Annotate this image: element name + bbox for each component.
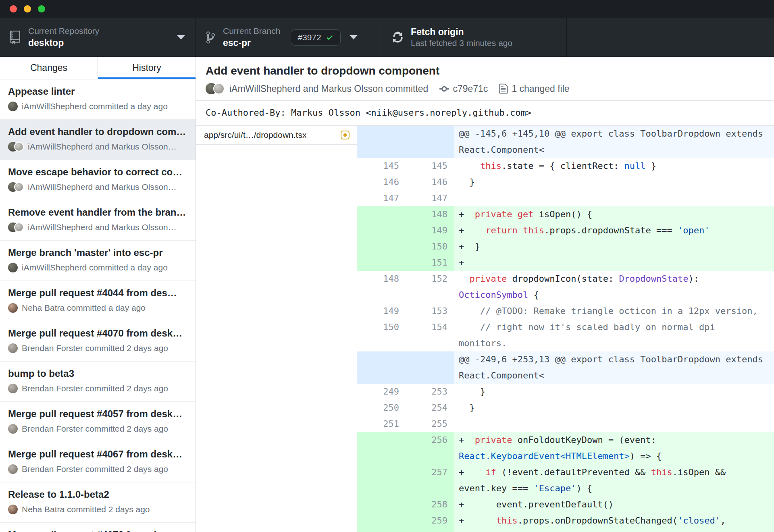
diff-code-line: this.state = { clientRect: null }: [459, 158, 767, 174]
avatar: [8, 505, 18, 514]
pr-status-badge[interactable]: #3972: [291, 29, 340, 46]
commit-list-item[interactable]: Appease linter iAmWillShepherd committed…: [0, 79, 196, 120]
commit-list-item[interactable]: Merge pull request #4044 from des… Neha …: [0, 281, 196, 321]
file-path: app/src/ui/t…/dropdown.tsx: [204, 130, 306, 140]
avatar: [14, 222, 24, 232]
commit-item-meta-text: Brendan Forster committed 2 days ago: [22, 424, 168, 434]
diff-code-line: // @TODO: Remake triangle octicon in a 1…: [459, 303, 767, 319]
old-line-number: [357, 351, 406, 384]
commit-item-title: Merge pull request #4044 from des…: [8, 287, 187, 299]
committer-byline: iAmWillShepherd and Markus Olsson commit…: [229, 83, 428, 94]
repository-label: Current Repository: [28, 26, 99, 36]
diff-line-row: 148+ private get isOpen() {: [357, 206, 774, 222]
old-line-number: 249: [357, 384, 406, 400]
branch-name: esc-pr: [223, 37, 280, 49]
commit-list-item[interactable]: Merge pull request #4070 from desk… Bren…: [0, 321, 196, 362]
commit-item-meta: Brendan Forster committed 2 days ago: [8, 464, 187, 474]
commit-item-title: Merge pull request #4067 from desk…: [8, 449, 187, 460]
new-line-number: 257: [406, 464, 454, 497]
old-line-number: [357, 222, 406, 239]
commit-item-avatars: [8, 464, 18, 474]
check-icon: [326, 33, 334, 42]
titlebar: [0, 0, 774, 18]
changed-files-panel: app/src/ui/t…/dropdown.tsx: [196, 126, 357, 532]
diff-code-line: }: [459, 174, 767, 190]
commit-item-meta: iAmWillShepherd committed a day ago: [8, 263, 187, 272]
commit-item-meta: iAmWillShepherd and Markus Olsson…: [8, 222, 187, 232]
chevron-down-icon: [350, 35, 358, 39]
diff-line-row: 258+ event.preventDefault(): [357, 497, 774, 513]
commit-item-title: Appease linter: [8, 86, 187, 97]
commit-item-meta-text: iAmWillShepherd and Markus Olsson…: [28, 142, 177, 152]
sync-icon: [392, 31, 403, 44]
commit-item-meta-text: Brendan Forster committed 2 days ago: [22, 343, 168, 353]
diff-pane: @@ -145,6 +145,10 @@ export class Toolba…: [357, 126, 774, 532]
diff-line-row: 251255: [357, 416, 774, 432]
diff-code-line: + private onFoldoutKeyDown = (event: Rea…: [459, 432, 767, 464]
commit-item-meta: Brendan Forster committed 2 days ago: [8, 424, 187, 434]
commit-item-title: bump to beta3: [8, 368, 187, 379]
zoom-button[interactable]: [38, 5, 45, 12]
old-line-number: 145: [357, 158, 406, 174]
commit-item-title: Merge branch 'master' into esc-pr: [8, 247, 187, 258]
fetch-origin-button[interactable]: Fetch origin Last fetched 3 minutes ago: [380, 18, 567, 57]
new-line-number: 149: [406, 222, 454, 239]
commit-item-meta-text: Neha Batra committed 2 days ago: [22, 505, 150, 514]
diff-line-row: 250254 }: [357, 400, 774, 416]
diff-code-line: @@ -249,6 +253,13 @@ export class Toolba…: [459, 351, 767, 384]
diff-code-line: @@ -145,6 +145,10 @@ export class Toolba…: [459, 126, 767, 158]
old-line-number: [357, 513, 406, 532]
new-line-number: [406, 351, 454, 384]
tab-history[interactable]: History: [98, 57, 196, 79]
git-commit-icon: [439, 83, 449, 94]
diff-code-line: + private get isOpen() {: [459, 206, 767, 222]
commit-item-avatars: [8, 303, 18, 313]
commit-item-avatars: [8, 263, 18, 272]
commit-list-item[interactable]: Move escape behavior to correct co… iAmW…: [0, 160, 196, 200]
commit-item-meta-text: Brendan Forster committed 2 days ago: [22, 384, 168, 393]
commit-list-item[interactable]: Add event handler to dropdown com… iAmWi…: [0, 120, 196, 160]
commit-item-meta: iAmWillShepherd committed a day ago: [8, 102, 187, 111]
commit-item-title: Merge pull request #4070 from desk…: [8, 328, 187, 339]
commit-item-meta-text: iAmWillShepherd and Markus Olsson…: [28, 222, 177, 232]
diff-line-row: 150+ }: [357, 239, 774, 255]
commit-list-item[interactable]: bump to beta3 Brendan Forster committed …: [0, 362, 196, 402]
avatar: [213, 83, 225, 94]
commit-item-title: Merge pull request #4057 from desk…: [8, 408, 187, 420]
commit-item-meta-text: iAmWillShepherd committed a day ago: [22, 263, 168, 272]
minimize-button[interactable]: [24, 5, 31, 12]
diff-code-line: + this.props.onDropdownStateChanged('clo…: [459, 513, 767, 532]
new-line-number: 151: [406, 255, 454, 271]
commit-item-meta-text: iAmWillShepherd committed a day ago: [22, 102, 168, 111]
avatar: [8, 424, 18, 434]
new-line-number: 152: [406, 271, 454, 303]
new-line-number: 153: [406, 303, 454, 319]
new-line-number: 147: [406, 190, 454, 206]
diff-line-row: 148152 private dropdownIcon(state: Dropd…: [357, 271, 774, 303]
commit-item-avatars: [8, 424, 18, 434]
repository-dropdown-button[interactable]: Current Repository desktop: [0, 18, 196, 57]
commit-list-item[interactable]: Merge branch 'master' into esc-pr iAmWil…: [0, 241, 196, 281]
branch-dropdown-button[interactable]: Current Branch esc-pr #3972: [196, 18, 380, 57]
new-line-number: 146: [406, 174, 454, 190]
diff-line-row: 249253 }: [357, 384, 774, 400]
commit-list-item[interactable]: Release to 1.1.0-beta2 Neha Batra commit…: [0, 482, 196, 523]
commit-item-avatars: [8, 222, 24, 232]
tab-changes[interactable]: Changes: [0, 57, 98, 79]
commit-list-item[interactable]: Merge pull request #4067 from desk… Bren…: [0, 442, 196, 482]
avatar: [8, 303, 18, 313]
commit-list-item[interactable]: Merge pull request #4057 from desk… Bren…: [0, 402, 196, 442]
commit-header: Add event handler to dropdown component …: [196, 57, 774, 101]
new-line-number: 258: [406, 497, 454, 513]
commit-list-item[interactable]: Remove event handler from the bran… iAmW…: [0, 200, 196, 241]
new-line-number: 255: [406, 416, 454, 432]
commit-list-item[interactable]: Merge pull request #4072 from des…: [0, 523, 196, 532]
close-button[interactable]: [10, 5, 17, 12]
old-line-number: [357, 255, 406, 271]
commit-item-meta-text: Neha Batra committed a day ago: [22, 303, 146, 313]
file-row[interactable]: app/src/ui/t…/dropdown.tsx: [196, 126, 357, 145]
committer-avatars: [206, 83, 225, 94]
avatar: [14, 182, 24, 192]
commit-item-title: Release to 1.1.0-beta2: [8, 489, 187, 500]
diff-code-line: private dropdownIcon(state: DropdownStat…: [459, 271, 767, 303]
